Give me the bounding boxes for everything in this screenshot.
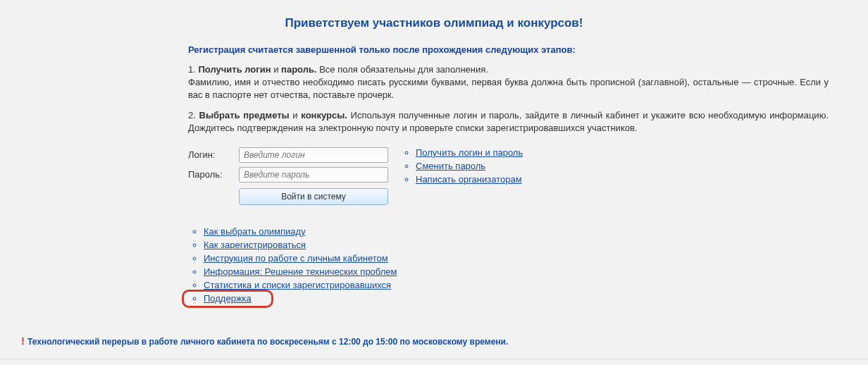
link-cabinet-instructions[interactable]: Инструкция по работе с личным кабинетом	[204, 253, 388, 264]
registration-subheading: Регистрация считается завершенной только…	[188, 44, 829, 55]
step-1-line-2: Фамилию, имя и отчество необходимо писат…	[188, 77, 829, 100]
step-2-mid-1: и	[290, 110, 302, 120]
exclamation-icon: !	[21, 335, 25, 347]
link-support[interactable]: Поддержка	[204, 293, 252, 304]
page-heading: Приветствуем участников олимпиад и конку…	[0, 0, 868, 44]
step-1-bold-2: пароль.	[281, 64, 317, 75]
password-label: Пароль:	[188, 169, 239, 180]
link-statistics[interactable]: Статистика и списки зарегистрировавшихся	[204, 280, 391, 290]
help-links-list: Как выбрать олимпиаду Как зарегистрирова…	[204, 226, 829, 304]
action-links-list: Получить логин и пароль Сменить пароль Н…	[403, 147, 523, 205]
footer-notice: !Технологический перерыв в работе личног…	[21, 335, 847, 347]
login-label: Логин:	[188, 149, 239, 160]
link-get-login[interactable]: Получить логин и пароль	[416, 147, 523, 158]
step-1: 1. Получить логин и пароль. Все поля обя…	[188, 63, 829, 101]
login-button[interactable]: Войти в систему	[239, 188, 388, 205]
content-area: Регистрация считается завершенной только…	[0, 44, 868, 304]
login-form: Логин: Пароль: Войти в систему	[188, 147, 399, 205]
link-change-password[interactable]: Сменить пароль	[416, 161, 485, 171]
step-1-mid-1: и	[271, 64, 282, 75]
highlighted-support-wrapper: Поддержка	[204, 293, 252, 304]
link-how-to-choose[interactable]: Как выбрать олимпиаду	[204, 226, 306, 237]
step-2-prefix: 2.	[188, 110, 199, 120]
step-2: 2. Выбрать предметы и конкурсы. Использу…	[188, 109, 829, 135]
link-technical-problems[interactable]: Информация: Решение технических проблем	[204, 266, 397, 277]
step-1-prefix: 1.	[188, 64, 198, 75]
link-contact-organizers[interactable]: Написать организаторам	[416, 174, 522, 185]
login-section: Логин: Пароль: Войти в систему Получить …	[188, 147, 829, 205]
footer-notice-text: Технологический перерыв в работе личного…	[27, 337, 508, 347]
step-2-bold-2: конкурсы.	[301, 110, 347, 120]
password-input[interactable]	[239, 167, 388, 182]
step-1-bold-1: Получить логин	[198, 64, 271, 75]
login-input[interactable]	[239, 147, 388, 163]
step-2-bold-1: Выбрать предметы	[199, 110, 290, 120]
link-how-to-register[interactable]: Как зарегистрироваться	[204, 240, 306, 250]
footer-divider	[0, 359, 868, 359]
step-1-rest-1: Все поля обязательны для заполнения.	[317, 64, 488, 75]
